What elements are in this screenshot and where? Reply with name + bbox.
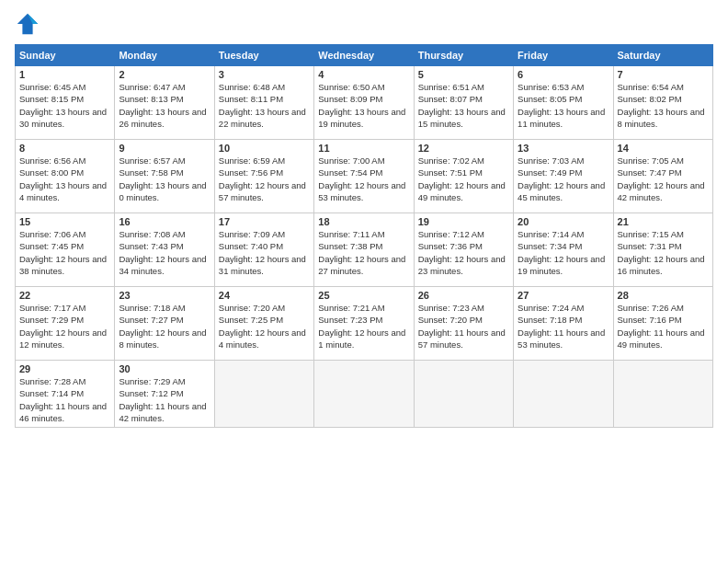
day-info: Sunrise: 6:53 AMSunset: 8:05 PMDaylight:… (518, 81, 609, 130)
col-saturday: Saturday (613, 45, 712, 66)
day-number: 9 (119, 143, 210, 154)
calendar-cell: 3Sunrise: 6:48 AMSunset: 8:11 PMDaylight… (214, 66, 313, 140)
day-info: Sunrise: 7:05 AMSunset: 7:47 PMDaylight:… (618, 155, 709, 203)
day-info: Sunrise: 7:03 AMSunset: 7:49 PMDaylight:… (518, 155, 609, 203)
day-number: 8 (19, 143, 110, 154)
calendar-cell: 12Sunrise: 7:02 AMSunset: 7:51 PMDayligh… (414, 140, 513, 213)
calendar-cell: 29Sunrise: 7:28 AMSunset: 7:14 PMDayligh… (16, 361, 115, 428)
calendar-cell: 14Sunrise: 7:05 AMSunset: 7:47 PMDayligh… (613, 140, 712, 213)
col-thursday: Thursday (414, 45, 513, 66)
day-info: Sunrise: 7:00 AMSunset: 7:54 PMDaylight:… (318, 155, 409, 203)
day-number: 26 (418, 290, 509, 301)
day-info: Sunrise: 7:21 AMSunset: 7:23 PMDaylight:… (318, 302, 409, 350)
col-sunday: Sunday (16, 45, 115, 66)
calendar-cell: 27Sunrise: 7:24 AMSunset: 7:18 PMDayligh… (514, 287, 613, 361)
calendar-cell: 21Sunrise: 7:15 AMSunset: 7:31 PMDayligh… (613, 213, 712, 287)
calendar-cell: 22Sunrise: 7:17 AMSunset: 7:29 PMDayligh… (16, 287, 115, 361)
calendar-cell: 13Sunrise: 7:03 AMSunset: 7:49 PMDayligh… (514, 140, 613, 213)
day-info: Sunrise: 7:06 AMSunset: 7:45 PMDaylight:… (19, 228, 110, 277)
day-number: 12 (418, 143, 509, 154)
day-info: Sunrise: 6:51 AMSunset: 8:07 PMDaylight:… (418, 81, 509, 130)
day-number: 16 (119, 216, 210, 227)
day-number: 17 (219, 216, 310, 227)
day-number: 13 (518, 143, 609, 154)
day-info: Sunrise: 7:11 AMSunset: 7:38 PMDaylight:… (318, 228, 409, 277)
day-info: Sunrise: 6:50 AMSunset: 8:09 PMDaylight:… (318, 81, 409, 130)
day-number: 23 (119, 290, 210, 301)
page: Sunday Monday Tuesday Wednesday Thursday… (0, 0, 728, 563)
calendar-row: 15Sunrise: 7:06 AMSunset: 7:45 PMDayligh… (16, 213, 713, 287)
calendar-cell: 10Sunrise: 6:59 AMSunset: 7:56 PMDayligh… (214, 140, 313, 213)
calendar-cell: 20Sunrise: 7:14 AMSunset: 7:34 PMDayligh… (514, 213, 613, 287)
day-info: Sunrise: 7:24 AMSunset: 7:18 PMDaylight:… (518, 302, 609, 350)
day-info: Sunrise: 7:08 AMSunset: 7:43 PMDaylight:… (119, 228, 210, 277)
calendar-cell: 16Sunrise: 7:08 AMSunset: 7:43 PMDayligh… (115, 213, 214, 287)
day-number: 20 (518, 216, 609, 227)
calendar-cell: 24Sunrise: 7:20 AMSunset: 7:25 PMDayligh… (214, 287, 313, 361)
day-number: 25 (318, 290, 409, 301)
calendar-row: 22Sunrise: 7:17 AMSunset: 7:29 PMDayligh… (16, 287, 713, 361)
logo (15, 11, 44, 37)
day-number: 4 (318, 69, 409, 80)
day-number: 14 (618, 143, 709, 154)
day-number: 10 (219, 143, 310, 154)
calendar-cell (214, 361, 313, 428)
calendar-cell: 15Sunrise: 7:06 AMSunset: 7:45 PMDayligh… (16, 213, 115, 287)
day-number: 19 (418, 216, 509, 227)
day-info: Sunrise: 7:02 AMSunset: 7:51 PMDaylight:… (418, 155, 509, 203)
calendar-cell: 9Sunrise: 6:57 AMSunset: 7:58 PMDaylight… (115, 140, 214, 213)
day-number: 18 (318, 216, 409, 227)
day-info: Sunrise: 6:47 AMSunset: 8:13 PMDaylight:… (119, 81, 210, 130)
calendar-cell: 30Sunrise: 7:29 AMSunset: 7:12 PMDayligh… (115, 361, 214, 428)
calendar-cell: 19Sunrise: 7:12 AMSunset: 7:36 PMDayligh… (414, 213, 513, 287)
day-info: Sunrise: 7:15 AMSunset: 7:31 PMDaylight:… (618, 228, 709, 277)
day-info: Sunrise: 7:17 AMSunset: 7:29 PMDaylight:… (19, 302, 110, 350)
calendar-cell (613, 361, 712, 428)
day-info: Sunrise: 7:09 AMSunset: 7:40 PMDaylight:… (219, 228, 310, 277)
header (15, 11, 713, 37)
calendar-cell: 17Sunrise: 7:09 AMSunset: 7:40 PMDayligh… (214, 213, 313, 287)
day-info: Sunrise: 7:12 AMSunset: 7:36 PMDaylight:… (418, 228, 509, 277)
header-row: Sunday Monday Tuesday Wednesday Thursday… (16, 45, 713, 66)
day-number: 28 (618, 290, 709, 301)
day-info: Sunrise: 7:26 AMSunset: 7:16 PMDaylight:… (618, 302, 709, 350)
day-info: Sunrise: 7:14 AMSunset: 7:34 PMDaylight:… (518, 228, 609, 277)
logo-icon (15, 11, 40, 37)
calendar-cell: 4Sunrise: 6:50 AMSunset: 8:09 PMDaylight… (314, 66, 414, 140)
calendar-row: 8Sunrise: 6:56 AMSunset: 8:00 PMDaylight… (16, 140, 713, 213)
day-info: Sunrise: 6:56 AMSunset: 8:00 PMDaylight:… (19, 155, 110, 203)
day-number: 3 (219, 69, 310, 80)
day-number: 1 (19, 69, 110, 80)
day-info: Sunrise: 7:28 AMSunset: 7:14 PMDaylight:… (19, 375, 110, 424)
calendar-cell: 7Sunrise: 6:54 AMSunset: 8:02 PMDaylight… (613, 66, 712, 140)
calendar-cell: 1Sunrise: 6:45 AMSunset: 8:15 PMDaylight… (16, 66, 115, 140)
day-number: 7 (618, 69, 709, 80)
calendar-cell (314, 361, 414, 428)
calendar-cell: 28Sunrise: 7:26 AMSunset: 7:16 PMDayligh… (613, 287, 712, 361)
calendar-cell: 26Sunrise: 7:23 AMSunset: 7:20 PMDayligh… (414, 287, 513, 361)
day-info: Sunrise: 7:23 AMSunset: 7:20 PMDaylight:… (418, 302, 509, 350)
day-info: Sunrise: 6:45 AMSunset: 8:15 PMDaylight:… (19, 81, 110, 130)
calendar-row: 1Sunrise: 6:45 AMSunset: 8:15 PMDaylight… (16, 66, 713, 140)
calendar-cell: 2Sunrise: 6:47 AMSunset: 8:13 PMDaylight… (115, 66, 214, 140)
day-number: 6 (518, 69, 609, 80)
day-number: 30 (119, 363, 210, 374)
calendar-cell: 8Sunrise: 6:56 AMSunset: 8:00 PMDaylight… (16, 140, 115, 213)
day-number: 29 (19, 363, 110, 374)
day-info: Sunrise: 7:18 AMSunset: 7:27 PMDaylight:… (119, 302, 210, 350)
day-number: 15 (19, 216, 110, 227)
day-number: 27 (518, 290, 609, 301)
calendar-cell (514, 361, 613, 428)
day-info: Sunrise: 7:29 AMSunset: 7:12 PMDaylight:… (119, 375, 210, 424)
day-number: 21 (618, 216, 709, 227)
calendar-cell: 23Sunrise: 7:18 AMSunset: 7:27 PMDayligh… (115, 287, 214, 361)
calendar-cell (414, 361, 513, 428)
calendar-cell: 25Sunrise: 7:21 AMSunset: 7:23 PMDayligh… (314, 287, 414, 361)
col-friday: Friday (514, 45, 613, 66)
day-number: 22 (19, 290, 110, 301)
calendar-row: 29Sunrise: 7:28 AMSunset: 7:14 PMDayligh… (16, 361, 713, 428)
calendar-cell: 5Sunrise: 6:51 AMSunset: 8:07 PMDaylight… (414, 66, 513, 140)
col-tuesday: Tuesday (214, 45, 313, 66)
day-number: 11 (318, 143, 409, 154)
day-info: Sunrise: 6:48 AMSunset: 8:11 PMDaylight:… (219, 81, 310, 130)
